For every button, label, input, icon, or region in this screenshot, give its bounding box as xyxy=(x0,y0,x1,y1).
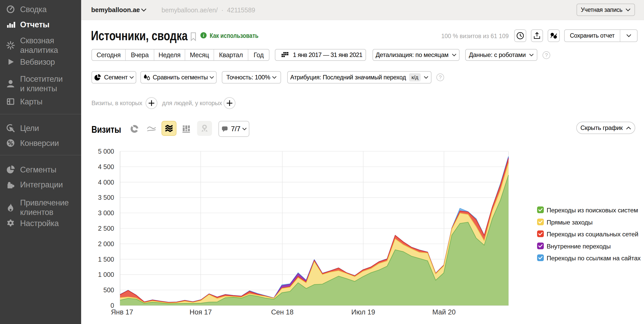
svg-text:1 000: 1 000 xyxy=(98,271,114,278)
svg-text:Май 20: Май 20 xyxy=(432,308,455,316)
svg-text:Июл 19: Июл 19 xyxy=(351,308,375,316)
svg-text:Сен 18: Сен 18 xyxy=(271,308,294,316)
svg-text:4 500: 4 500 xyxy=(98,163,114,170)
svg-text:2 000: 2 000 xyxy=(98,240,114,247)
svg-text:0: 0 xyxy=(111,302,114,309)
svg-text:2 500: 2 500 xyxy=(98,225,114,232)
svg-text:Ноя 17: Ноя 17 xyxy=(190,308,212,316)
svg-text:3 500: 3 500 xyxy=(98,194,114,201)
svg-text:3 000: 3 000 xyxy=(98,209,114,217)
svg-text:1 500: 1 500 xyxy=(98,256,114,263)
svg-text:4 000: 4 000 xyxy=(98,179,114,186)
svg-text:5 000: 5 000 xyxy=(98,148,114,155)
svg-text:Янв 17: Янв 17 xyxy=(111,308,133,316)
svg-text:500: 500 xyxy=(103,286,114,294)
